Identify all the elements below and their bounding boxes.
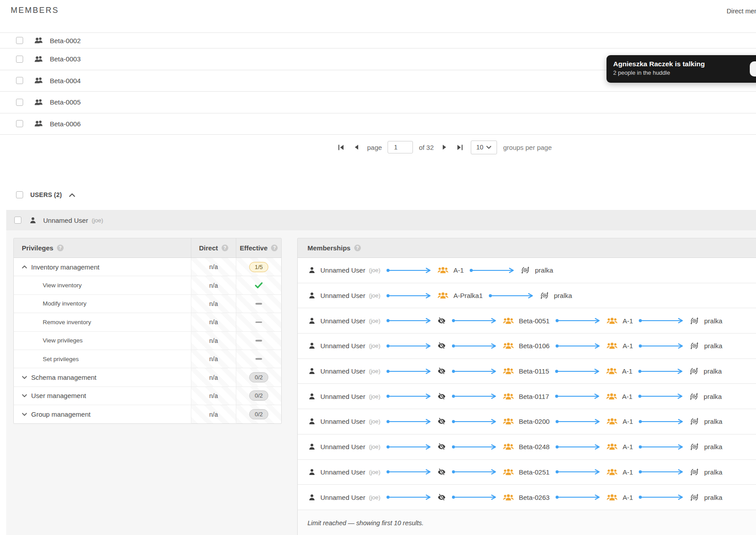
users-section-checkbox[interactable] bbox=[16, 191, 23, 198]
privilege-row[interactable]: Group managementn/a0/2 bbox=[14, 405, 281, 423]
user-icon bbox=[308, 266, 315, 274]
membership-node: pralka bbox=[689, 392, 722, 401]
direct-value: n/a bbox=[209, 355, 218, 362]
privilege-name: View inventory bbox=[43, 282, 82, 289]
group-row[interactable]: Beta-0005 bbox=[0, 92, 756, 113]
privilege-row[interactable]: User managementn/a0/2 bbox=[14, 387, 281, 405]
last-page-button[interactable] bbox=[455, 142, 465, 152]
membership-arrow-icon bbox=[555, 495, 601, 500]
direct-value: n/a bbox=[209, 318, 218, 326]
membership-arrow-icon bbox=[386, 268, 432, 273]
automember-icon bbox=[690, 316, 699, 326]
first-page-button[interactable] bbox=[336, 142, 346, 152]
membership-node: A-1 bbox=[606, 342, 633, 350]
selected-user-row[interactable]: Unnamed User (joe) bbox=[6, 210, 756, 230]
membership-user-name: Unnamed User bbox=[320, 292, 365, 299]
membership-arrow-icon bbox=[638, 318, 684, 323]
membership-arrow-icon bbox=[555, 469, 601, 475]
help-icon[interactable]: ? bbox=[354, 245, 361, 251]
direct-value: n/a bbox=[209, 337, 218, 344]
membership-node: A-1 bbox=[606, 317, 633, 325]
user-checkbox[interactable] bbox=[14, 217, 21, 224]
membership-automember-name: pralka bbox=[704, 468, 722, 476]
direct-column-header: Direct bbox=[199, 244, 218, 252]
help-icon[interactable]: ? bbox=[57, 245, 64, 251]
group-icon bbox=[34, 77, 44, 84]
direct-value-cell: n/a bbox=[191, 387, 236, 405]
privilege-row[interactable]: Remove inventoryn/a bbox=[14, 313, 281, 331]
membership-node: Beta-0248 bbox=[503, 443, 550, 451]
membership-node: Beta-0251 bbox=[503, 468, 550, 476]
dash-icon bbox=[255, 303, 262, 305]
group-row[interactable]: Beta-0002 bbox=[0, 33, 756, 48]
per-page-select[interactable]: 10 bbox=[471, 141, 497, 154]
automember-icon bbox=[690, 493, 699, 502]
privilege-row[interactable]: View inventoryn/a bbox=[14, 276, 281, 294]
user-icon bbox=[308, 443, 315, 451]
privilege-row[interactable]: Schema managementn/a0/2 bbox=[14, 368, 281, 386]
membership-node: A-1 bbox=[606, 468, 633, 476]
direct-value-cell: n/a bbox=[191, 368, 236, 386]
membership-user-username: (joe) bbox=[369, 267, 380, 274]
help-icon[interactable]: ? bbox=[271, 245, 278, 251]
membership-row: Unnamed User(joe)Beta-0106A-1pralka bbox=[298, 334, 756, 359]
group-checkbox[interactable] bbox=[16, 99, 23, 106]
privilege-row[interactable]: Modify inventoryn/a bbox=[14, 295, 281, 313]
membership-arrow-icon bbox=[638, 495, 684, 500]
membership-group-name: A-1 bbox=[623, 468, 633, 476]
privileges-rows: Inventory managementn/a1/5View inventory… bbox=[14, 258, 281, 424]
membership-row: Unnamed User(joe)Beta-0263A-1pralka bbox=[298, 485, 756, 510]
membership-node: Beta-0115 bbox=[503, 367, 549, 375]
membership-group-name: Beta-0200 bbox=[519, 418, 550, 425]
membership-row: Unnamed User(joe)Beta-0248A-1pralka bbox=[298, 434, 756, 460]
group-icon bbox=[34, 56, 44, 63]
privilege-name: View privileges bbox=[43, 337, 83, 344]
user-icon bbox=[308, 468, 315, 476]
chevron-up-icon[interactable] bbox=[22, 265, 27, 269]
privilege-row[interactable]: Inventory managementn/a1/5 bbox=[14, 258, 281, 276]
membership-row: Unnamed User(joe)A-Pralka1pralka bbox=[298, 283, 756, 309]
membership-node: Unnamed User(joe) bbox=[308, 468, 380, 476]
membership-group-name: A-Pralka1 bbox=[453, 292, 483, 299]
dash-icon bbox=[255, 358, 262, 360]
membership-user-username: (joe) bbox=[369, 368, 380, 374]
group-checkbox[interactable] bbox=[16, 120, 23, 127]
huddle-action-button[interactable] bbox=[750, 61, 756, 76]
membership-arrow-icon bbox=[555, 419, 601, 424]
next-page-button[interactable] bbox=[440, 142, 449, 152]
membership-node: pralka bbox=[690, 417, 722, 426]
membership-arrow-icon bbox=[555, 318, 601, 323]
effective-count-badge: 1/5 bbox=[249, 262, 268, 272]
memberships-panel: Memberships ? Unnamed User(joe)A-1pralka… bbox=[297, 238, 756, 535]
membership-node: pralka bbox=[690, 341, 722, 350]
chevron-down-icon[interactable] bbox=[22, 376, 27, 379]
privilege-row[interactable]: Set privilegesn/a bbox=[14, 350, 281, 368]
user-icon bbox=[29, 217, 36, 224]
membership-arrow-icon bbox=[451, 444, 497, 450]
group-icon bbox=[34, 120, 44, 127]
membership-node: A-1 bbox=[606, 443, 633, 451]
group-checkbox[interactable] bbox=[16, 56, 23, 63]
membership-node: A-Pralka1 bbox=[437, 292, 483, 299]
hidden-group-icon bbox=[437, 317, 446, 325]
privilege-row[interactable]: View privilegesn/a bbox=[14, 332, 281, 350]
group-icon bbox=[606, 494, 618, 501]
direct-value-cell: n/a bbox=[191, 295, 236, 313]
chevron-down-icon[interactable] bbox=[22, 413, 27, 416]
membership-row: Unnamed User(joe)Beta-0115A-1pralka bbox=[298, 359, 756, 384]
chevron-down-icon[interactable] bbox=[22, 394, 27, 398]
membership-node: A-1 bbox=[606, 418, 633, 425]
page-number-input[interactable] bbox=[388, 141, 413, 153]
previous-page-button[interactable] bbox=[352, 142, 361, 152]
group-row[interactable]: Beta-0006 bbox=[0, 113, 756, 135]
user-icon bbox=[308, 367, 315, 375]
direct-value-cell: n/a bbox=[191, 405, 236, 423]
help-icon[interactable]: ? bbox=[222, 245, 228, 251]
membership-arrow-icon bbox=[386, 495, 432, 500]
group-checkbox[interactable] bbox=[16, 37, 23, 44]
group-checkbox[interactable] bbox=[16, 77, 23, 84]
membership-user-name: Unnamed User bbox=[320, 342, 365, 350]
effective-value-cell bbox=[236, 332, 281, 350]
membership-arrow-icon bbox=[451, 469, 497, 475]
chevron-up-icon[interactable] bbox=[69, 193, 75, 197]
